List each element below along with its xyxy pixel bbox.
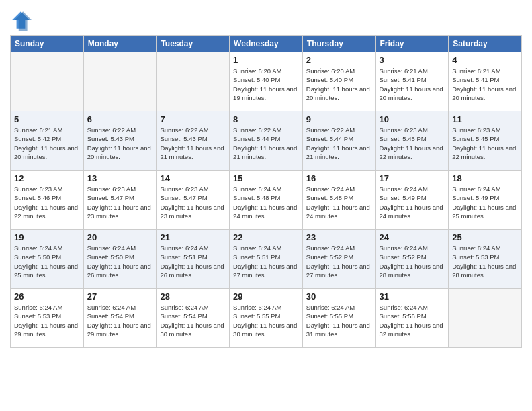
calendar-cell: 26Sunrise: 6:24 AMSunset: 5:53 PMDayligh… [11,289,84,348]
calendar-header-friday: Friday [375,36,449,52]
day-number: 27 [87,291,153,302]
calendar-header-row: SundayMondayTuesdayWednesdayThursdayFrid… [11,36,522,52]
day-info: Sunrise: 6:20 AMSunset: 5:40 PMDaylight:… [233,66,299,102]
day-info: Sunrise: 6:24 AMSunset: 5:51 PMDaylight:… [160,244,226,279]
day-number: 9 [306,114,372,124]
day-number: 6 [87,114,153,124]
day-number: 5 [14,114,80,124]
day-info: Sunrise: 6:24 AMSunset: 5:48 PMDaylight:… [306,185,372,220]
calendar-cell: 29Sunrise: 6:24 AMSunset: 5:55 PMDayligh… [230,289,303,348]
day-info: Sunrise: 6:24 AMSunset: 5:49 PMDaylight:… [452,185,518,220]
day-number: 14 [160,173,226,183]
day-number: 4 [452,55,518,65]
calendar-header-thursday: Thursday [302,36,375,52]
calendar-cell: 24Sunrise: 6:24 AMSunset: 5:52 PMDayligh… [375,230,449,289]
calendar-week-4: 19Sunrise: 6:24 AMSunset: 5:50 PMDayligh… [11,230,522,289]
calendar-cell: 4Sunrise: 6:21 AMSunset: 5:41 PMDaylight… [449,52,522,111]
calendar-cell: 7Sunrise: 6:22 AMSunset: 5:43 PMDaylight… [157,111,230,171]
header [10,7,522,31]
calendar-cell: 9Sunrise: 6:22 AMSunset: 5:44 PMDaylight… [302,111,375,171]
day-number: 13 [87,173,153,183]
day-number: 19 [14,232,80,242]
calendar-cell [11,52,84,111]
calendar-cell: 1Sunrise: 6:20 AMSunset: 5:40 PMDaylight… [230,52,303,111]
calendar-cell: 19Sunrise: 6:24 AMSunset: 5:50 PMDayligh… [11,230,84,289]
calendar-table: SundayMondayTuesdayWednesdayThursdayFrid… [10,35,522,348]
calendar-cell: 21Sunrise: 6:24 AMSunset: 5:51 PMDayligh… [157,230,230,289]
day-number: 28 [160,291,226,302]
day-info: Sunrise: 6:24 AMSunset: 5:50 PMDaylight:… [87,244,153,279]
logo [10,9,34,31]
day-number: 10 [380,114,445,124]
calendar-header-saturday: Saturday [449,36,522,52]
day-number: 25 [452,232,518,242]
calendar-cell: 12Sunrise: 6:23 AMSunset: 5:46 PMDayligh… [11,171,84,230]
calendar-cell: 10Sunrise: 6:23 AMSunset: 5:45 PMDayligh… [375,111,449,171]
day-info: Sunrise: 6:22 AMSunset: 5:43 PMDaylight:… [87,126,153,161]
calendar-cell: 5Sunrise: 6:21 AMSunset: 5:42 PMDaylight… [11,111,84,171]
calendar-cell: 22Sunrise: 6:24 AMSunset: 5:51 PMDayligh… [230,230,303,289]
day-info: Sunrise: 6:23 AMSunset: 5:45 PMDaylight:… [380,126,445,161]
day-number: 2 [306,55,372,65]
calendar-cell: 28Sunrise: 6:24 AMSunset: 5:54 PMDayligh… [157,289,230,348]
logo-icon [10,9,32,31]
day-info: Sunrise: 6:20 AMSunset: 5:40 PMDaylight:… [306,66,372,102]
calendar-cell: 14Sunrise: 6:23 AMSunset: 5:47 PMDayligh… [157,171,230,230]
calendar-cell: 2Sunrise: 6:20 AMSunset: 5:40 PMDaylight… [302,52,375,111]
calendar-cell: 11Sunrise: 6:23 AMSunset: 5:45 PMDayligh… [449,111,522,171]
calendar-cell: 23Sunrise: 6:24 AMSunset: 5:52 PMDayligh… [302,230,375,289]
calendar-week-5: 26Sunrise: 6:24 AMSunset: 5:53 PMDayligh… [11,289,522,348]
day-number: 8 [233,114,299,124]
day-number: 17 [380,173,445,183]
day-number: 30 [306,291,372,302]
calendar-week-1: 1Sunrise: 6:20 AMSunset: 5:40 PMDaylight… [11,52,522,111]
day-info: Sunrise: 6:24 AMSunset: 5:49 PMDaylight:… [380,185,445,220]
day-info: Sunrise: 6:21 AMSunset: 5:41 PMDaylight:… [452,66,518,102]
day-info: Sunrise: 6:24 AMSunset: 5:55 PMDaylight:… [233,303,299,338]
day-info: Sunrise: 6:21 AMSunset: 5:42 PMDaylight:… [14,126,80,161]
day-number: 23 [306,232,372,242]
calendar-cell: 17Sunrise: 6:24 AMSunset: 5:49 PMDayligh… [375,171,449,230]
day-number: 18 [452,173,518,183]
day-info: Sunrise: 6:22 AMSunset: 5:43 PMDaylight:… [160,126,226,161]
day-info: Sunrise: 6:24 AMSunset: 5:55 PMDaylight:… [306,303,372,338]
day-number: 11 [452,114,518,124]
day-number: 21 [160,232,226,242]
day-info: Sunrise: 6:24 AMSunset: 5:52 PMDaylight:… [380,244,445,279]
calendar-cell [157,52,230,111]
day-number: 29 [233,291,299,302]
day-info: Sunrise: 6:24 AMSunset: 5:53 PMDaylight:… [14,303,80,338]
day-info: Sunrise: 6:23 AMSunset: 5:46 PMDaylight:… [14,185,80,220]
calendar-cell [83,52,157,111]
day-number: 26 [14,291,80,302]
day-number: 15 [233,173,299,183]
calendar-header-wednesday: Wednesday [230,36,303,52]
calendar-header-monday: Monday [83,36,157,52]
day-info: Sunrise: 6:24 AMSunset: 5:54 PMDaylight:… [87,303,153,338]
day-number: 7 [160,114,226,124]
calendar-cell [449,289,522,348]
day-info: Sunrise: 6:23 AMSunset: 5:47 PMDaylight:… [160,185,226,220]
day-number: 3 [380,55,445,65]
day-number: 12 [14,173,80,183]
day-info: Sunrise: 6:22 AMSunset: 5:44 PMDaylight:… [233,126,299,161]
calendar-cell: 8Sunrise: 6:22 AMSunset: 5:44 PMDaylight… [230,111,303,171]
day-info: Sunrise: 6:22 AMSunset: 5:44 PMDaylight:… [306,126,372,161]
day-info: Sunrise: 6:21 AMSunset: 5:41 PMDaylight:… [380,66,445,102]
day-info: Sunrise: 6:24 AMSunset: 5:53 PMDaylight:… [452,244,518,279]
day-info: Sunrise: 6:24 AMSunset: 5:52 PMDaylight:… [306,244,372,279]
day-info: Sunrise: 6:24 AMSunset: 5:48 PMDaylight:… [233,185,299,220]
day-number: 16 [306,173,372,183]
calendar-week-3: 12Sunrise: 6:23 AMSunset: 5:46 PMDayligh… [11,171,522,230]
calendar-cell: 18Sunrise: 6:24 AMSunset: 5:49 PMDayligh… [449,171,522,230]
calendar-cell: 13Sunrise: 6:23 AMSunset: 5:47 PMDayligh… [83,171,157,230]
calendar-cell: 27Sunrise: 6:24 AMSunset: 5:54 PMDayligh… [83,289,157,348]
calendar-cell: 16Sunrise: 6:24 AMSunset: 5:48 PMDayligh… [302,171,375,230]
day-number: 31 [380,291,445,302]
day-number: 24 [380,232,445,242]
day-number: 20 [87,232,153,242]
calendar-week-2: 5Sunrise: 6:21 AMSunset: 5:42 PMDaylight… [11,111,522,171]
day-info: Sunrise: 6:24 AMSunset: 5:54 PMDaylight:… [160,303,226,338]
day-info: Sunrise: 6:23 AMSunset: 5:47 PMDaylight:… [87,185,153,220]
day-number: 22 [233,232,299,242]
